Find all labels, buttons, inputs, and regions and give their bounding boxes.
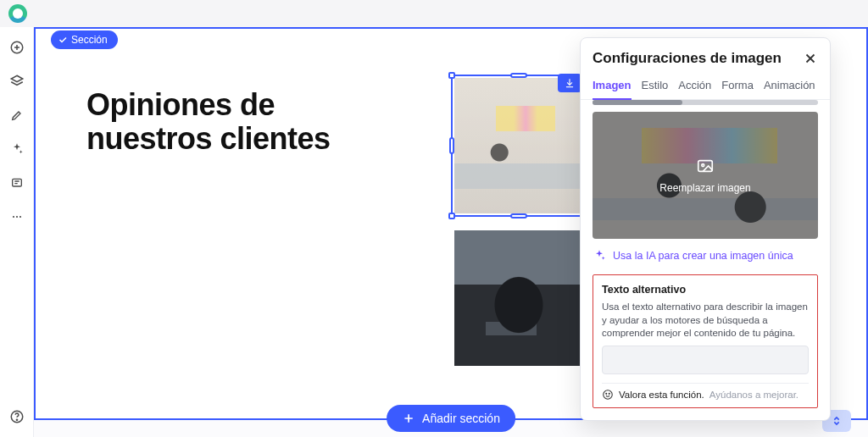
alt-text-description: Usa el texto alternativo para describir … <box>602 301 809 340</box>
alt-text-block: Texto alternativo Usa el texto alternati… <box>593 274 818 408</box>
svg-point-9 <box>604 390 613 399</box>
section-badge[interactable]: Sección <box>51 30 118 49</box>
close-icon[interactable] <box>803 51 818 66</box>
image-bottom[interactable] <box>454 230 583 366</box>
more-icon[interactable] <box>8 208 25 225</box>
add-icon[interactable] <box>8 39 25 56</box>
replace-image-overlay[interactable]: Reemplazar imagen <box>593 112 818 239</box>
svg-point-11 <box>609 393 609 394</box>
image-preview[interactable]: Reemplazar imagen <box>593 112 818 239</box>
rate-help[interactable]: Ayúdanos a mejorar. <box>709 390 798 400</box>
svg-point-2 <box>12 216 14 218</box>
svg-point-10 <box>606 393 607 394</box>
section-badge-label: Sección <box>71 34 108 46</box>
tab-accion[interactable]: Acción <box>678 75 711 99</box>
panel-tabs: Imagen Estilo Acción Forma Animación <box>581 75 830 100</box>
smile-icon <box>602 389 614 401</box>
help-icon[interactable] <box>8 408 25 425</box>
alt-text-input[interactable] <box>602 346 809 374</box>
svg-point-8 <box>702 164 704 167</box>
add-section-button[interactable]: Añadir sección <box>387 405 515 432</box>
app-logo[interactable] <box>8 4 27 23</box>
ai-generate-label: Usa la IA para crear una imagen única <box>613 250 793 262</box>
image-icon <box>696 157 715 175</box>
layers-icon[interactable] <box>8 73 25 90</box>
ai-generate-link[interactable]: Usa la IA para crear una imagen única <box>593 247 818 266</box>
pen-icon[interactable] <box>8 107 25 124</box>
svg-point-6 <box>16 419 17 420</box>
alt-text-title: Texto alternativo <box>602 284 809 296</box>
panel-title: Configuraciones de imagen <box>593 50 782 67</box>
image-settings-panel: Configuraciones de imagen Imagen Estilo … <box>580 37 831 421</box>
left-rail <box>0 27 34 437</box>
sparkle-icon[interactable] <box>8 141 25 158</box>
canvas: Sección Opiniones de nuestros clientes i… <box>34 27 868 437</box>
tab-forma[interactable]: Forma <box>721 75 754 99</box>
svg-rect-1 <box>12 179 21 186</box>
svg-point-4 <box>19 216 20 218</box>
image-top[interactable] <box>454 78 583 213</box>
topbar <box>0 0 868 27</box>
tab-estilo[interactable]: Estilo <box>642 75 669 99</box>
tab-imagen[interactable]: Imagen <box>593 75 632 100</box>
add-section-label: Añadir sección <box>422 412 500 425</box>
svg-point-3 <box>15 216 17 218</box>
note-icon[interactable] <box>8 174 25 191</box>
rate-label[interactable]: Valora esta función. <box>619 390 704 400</box>
replace-image-label: Reemplazar imagen <box>659 182 750 194</box>
tab-scroll-track[interactable] <box>593 100 818 105</box>
sparkle-icon <box>593 249 606 263</box>
tab-animacion[interactable]: Animación <box>764 75 815 99</box>
page-title[interactable]: Opiniones de nuestros clientes <box>86 88 392 155</box>
